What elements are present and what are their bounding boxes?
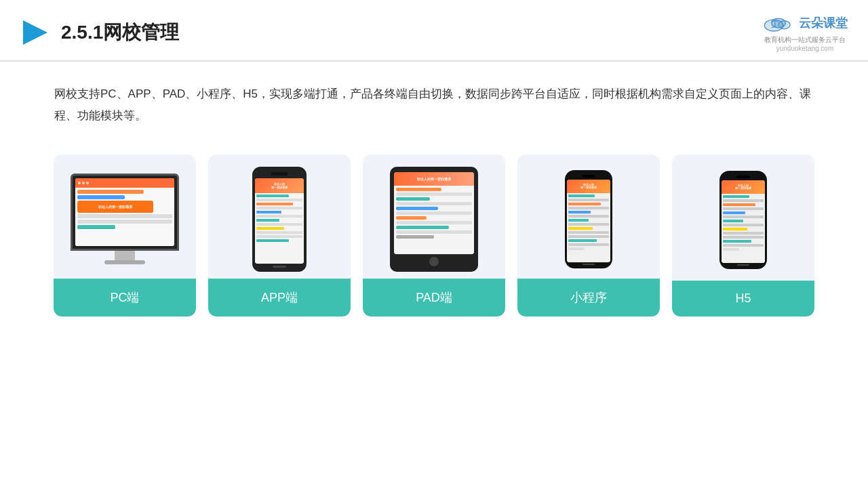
- card-miniapp: 职达人的第一堂职通课: [517, 155, 660, 317]
- card-pad: 职达人的第一堂职通课: [363, 155, 505, 317]
- card-h5: 职达人的第一堂职通课: [672, 155, 814, 317]
- logo-tagline: 教育机构一站式服务云平台: [764, 35, 846, 45]
- card-image-miniapp: 职达人的第一堂职通课: [517, 155, 660, 279]
- logo-url: yunduoketang.com: [776, 45, 834, 52]
- card-image-pad: 职达人的第一堂职通课: [363, 155, 505, 279]
- app-phone-illustration: 职达人的第一堂职通课: [252, 167, 307, 272]
- play-icon: [20, 18, 50, 47]
- header: 2.5.1网校管理 云朵课堂 教育机构一站式服务云平台 yunduoketa: [0, 0, 868, 62]
- card-pc: 职达人的第一堂职通课 PC端: [54, 155, 196, 317]
- cards-container: 职达人的第一堂职通课 PC端: [0, 141, 868, 330]
- card-app: 职达人的第一堂职通课: [208, 155, 351, 317]
- card-label-h5: H5: [672, 281, 814, 317]
- card-label-pad: PAD端: [363, 279, 505, 317]
- logo-text: 云朵课堂: [799, 15, 848, 31]
- logo-cloud: 云朵课堂: [762, 12, 848, 34]
- card-label-app: APP端: [208, 279, 351, 317]
- pc-monitor-illustration: 职达人的第一堂职通课: [71, 174, 179, 264]
- cloud-logo-icon: [762, 12, 795, 34]
- card-image-app: 职达人的第一堂职通课: [208, 155, 351, 279]
- svg-marker-0: [23, 20, 47, 45]
- page-title: 2.5.1网校管理: [61, 20, 179, 45]
- h5-phone-illustration: 职达人的第一堂职通课: [719, 171, 767, 269]
- card-label-miniapp: 小程序: [517, 279, 660, 317]
- card-image-pc: 职达人的第一堂职通课: [54, 155, 196, 279]
- card-image-h5: 职达人的第一堂职通课: [672, 155, 814, 281]
- description-text: 网校支持PC、APP、PAD、小程序、H5，实现多端打通，产品各终端自由切换，数…: [0, 62, 868, 141]
- pad-tablet-illustration: 职达人的第一堂职通课: [390, 167, 478, 272]
- miniapp-phone-illustration: 职达人的第一堂职通课: [565, 170, 612, 268]
- header-left: 2.5.1网校管理: [20, 18, 179, 47]
- logo-area: 云朵课堂 教育机构一站式服务云平台 yunduoketang.com: [762, 12, 848, 52]
- card-label-pc: PC端: [54, 279, 196, 317]
